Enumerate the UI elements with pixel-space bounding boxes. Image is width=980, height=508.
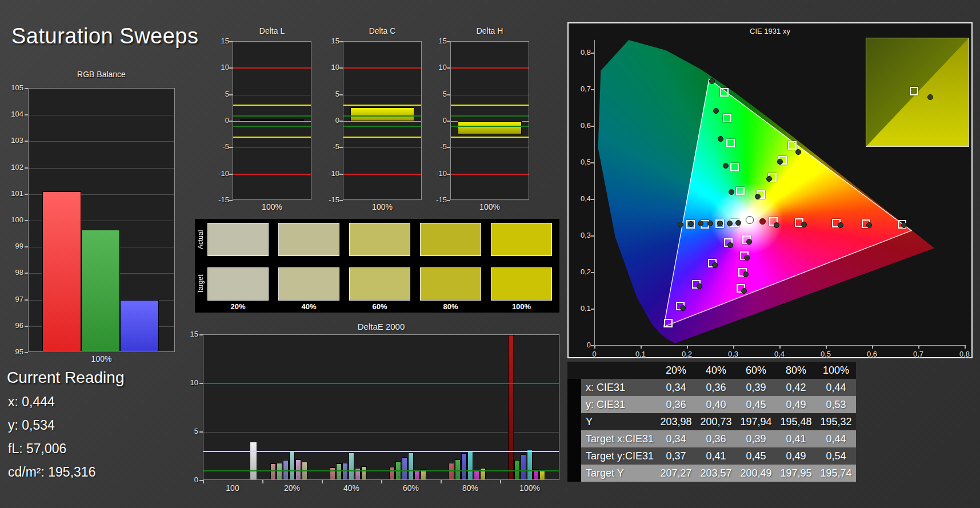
delta-ytick-label: -5 (206, 142, 229, 151)
deltae-tickmark (199, 431, 203, 433)
rgb-balance-title: RGB Balance (28, 70, 175, 79)
rgb-gridline (29, 141, 174, 142)
cie-xtick-label: 0,4 (768, 350, 791, 359)
table-col-header: 40% (696, 362, 736, 379)
delta-gridline (343, 121, 421, 122)
table-row-black-col (567, 447, 581, 465)
rgb-ytick-label: 104 (1, 110, 23, 119)
swatch-col-label: 60% (349, 302, 410, 311)
delta-limit-yellow-pos (343, 105, 421, 106)
table-row-black-col (567, 465, 581, 482)
table-row-label: Target Y (586, 465, 656, 482)
delta-limit-red-pos (451, 67, 529, 69)
rgb-tickmark (25, 141, 28, 142)
page-title: Saturation Sweeps (11, 24, 198, 49)
cie-measured-dot (712, 262, 718, 268)
deltae-bar (449, 463, 454, 480)
delta-limit-green-neg (451, 126, 529, 127)
rgb-ytick-label: 99 (1, 242, 23, 251)
delta-ytick-label: -10 (206, 169, 229, 178)
swatch-actual (420, 223, 481, 256)
table-cell-value: 0,53 (816, 396, 856, 413)
cie-target-square (730, 163, 739, 171)
delta-ytick-label: 15 (206, 37, 229, 46)
cie-measured-dot (727, 221, 733, 226)
deltae-ytick-label: 10 (175, 378, 198, 387)
deltae-bar (521, 454, 526, 480)
table-cell-value: 0,39 (736, 430, 776, 447)
deltae-bar (474, 470, 479, 480)
table-cell-value: 0,54 (816, 447, 856, 465)
delta-limit-red-neg (451, 174, 529, 175)
table-col-header: 100% (816, 362, 856, 379)
delta-tickmark (447, 200, 450, 201)
table-col-header: 60% (736, 362, 776, 379)
delta-gridline (451, 201, 529, 201)
delta-ytick-label: 10 (317, 63, 339, 72)
cie-measured-dot (709, 78, 715, 84)
deltae2000-chart[interactable] (203, 334, 559, 480)
delta-limit-yellow-pos (451, 105, 529, 106)
current-reading-cdm2: cd/m²: 195,316 (8, 465, 95, 480)
table-cell-value: 0,49 (776, 396, 816, 413)
deltae-tickmark (199, 334, 203, 335)
cie-target-square (736, 187, 745, 195)
delta-limit-red-pos (233, 67, 311, 69)
swatch-target (349, 267, 410, 301)
delta-ytick-label: 5 (317, 90, 339, 99)
delta-gridline (343, 42, 421, 42)
cie-chart-title: CIE 1931 xy (569, 27, 971, 35)
delta-chart-delta-l[interactable] (233, 41, 311, 200)
swatch-comparison-panel[interactable]: ActualTarget20%40%60%80%100% (195, 219, 559, 313)
delta-limit-green-pos (343, 115, 421, 117)
delta-tickmark (229, 147, 233, 148)
rgb-tickmark (25, 88, 28, 89)
cie-measured-dot (901, 222, 907, 228)
deltae-tickmark (199, 383, 203, 384)
cie-xtick-label: 0 (583, 350, 606, 359)
cie-inset-measured-dot (927, 94, 933, 100)
cie-measured-dot (755, 194, 761, 199)
delta-chart-title: Delta C (343, 26, 422, 35)
deltae-group-tick (203, 480, 204, 483)
deltae-bar (361, 466, 367, 481)
delta-xlabel: 100% (343, 202, 422, 211)
deltae-bar (402, 457, 407, 480)
delta-ytick-label: 0 (424, 116, 447, 125)
swatch-target (420, 267, 481, 301)
swatch-col-label: 20% (207, 302, 269, 311)
swatch-col-label: 40% (278, 302, 339, 311)
cie-measured-dot (678, 222, 683, 227)
delta-ytick-label: 5 (206, 90, 229, 99)
swatch-actual (349, 223, 410, 256)
delta-gridline (451, 42, 529, 42)
delta-gridline (451, 95, 529, 95)
delta-ytick-label: -15 (317, 195, 339, 205)
delta-chart-delta-h[interactable] (450, 41, 529, 200)
current-reading-y: y: 0,534 (8, 418, 55, 433)
deltae-gridline (203, 432, 559, 433)
delta-chart-delta-c[interactable] (343, 41, 422, 200)
deltae-group-label: 20% (262, 483, 322, 493)
table-cell-value: 0,39 (736, 379, 776, 396)
delta-gridline (343, 147, 421, 148)
rgb-balance-chart[interactable] (28, 88, 175, 352)
delta-ytick-label: 15 (424, 37, 447, 46)
deltae-limit-red (203, 383, 559, 384)
table-cell-value: 0,42 (776, 379, 816, 396)
table-cell-value: 200,73 (696, 413, 736, 430)
delta-ytick-label: -5 (317, 142, 339, 151)
delta-gridline (451, 147, 529, 148)
table-cell-value: 195,74 (816, 465, 856, 482)
delta-limit-green-pos (451, 115, 529, 117)
rgb-tickmark (25, 273, 28, 274)
cie-xtick-label: 0,6 (861, 350, 883, 359)
swatch-row-label: Actual (197, 223, 205, 256)
delta-chart-title: Delta H (450, 26, 529, 35)
cie-measured-dot (746, 239, 752, 245)
table-cell-value: 195,48 (776, 413, 816, 430)
deltae-bar (336, 463, 342, 480)
deltae-ytick-label: 5 (175, 427, 198, 436)
rgb-ytick-label: 95 (1, 347, 23, 357)
cie-measured-dot (838, 222, 843, 228)
